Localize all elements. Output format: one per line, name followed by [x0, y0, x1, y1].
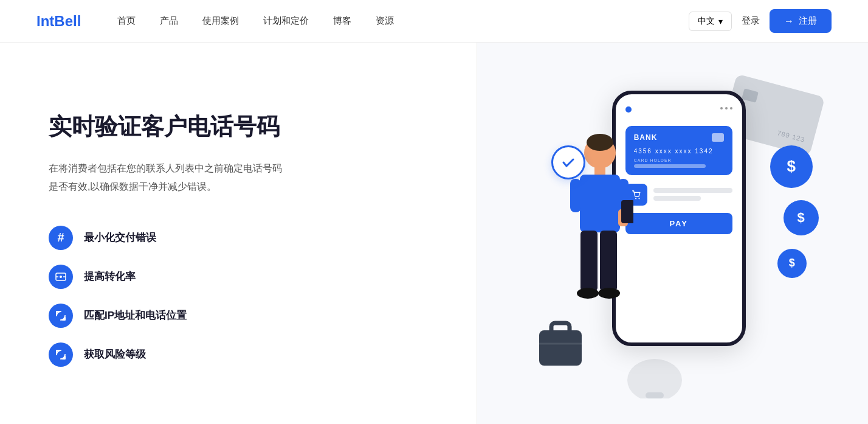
- bank-card: BANK 4356 xxxx xxxx 1342 CARD HOLDER: [625, 126, 732, 175]
- nav-right: 中文 ▾ 登录 → 注册: [689, 9, 832, 33]
- svg-point-7: [587, 134, 613, 151]
- phone-menu-dots: [720, 107, 732, 109]
- feature-item-2: 提高转化率: [49, 265, 440, 289]
- right-panel: BANK 4356 xxxx xxxx 1342 CARD HOLDER: [477, 43, 868, 424]
- nav-pricing[interactable]: 计划和定价: [263, 15, 309, 27]
- register-button[interactable]: → 注册: [770, 9, 832, 33]
- card-holder-label: CARD HOLDER: [634, 158, 724, 162]
- illustration-scene: BANK 4356 xxxx xxxx 1342 CARD HOLDER: [515, 66, 831, 401]
- phone-status-dot: [625, 106, 632, 113]
- svg-point-4: [635, 198, 636, 199]
- svg-rect-22: [646, 392, 664, 398]
- cart-section: [625, 184, 732, 206]
- feature-icon-4: [49, 342, 73, 367]
- left-panel: 实时验证客户电话号码 在将消费者包括在您的联系人列表中之前确定电话号码是否有效,…: [0, 43, 477, 424]
- feature-label-4: 获取风险等级: [84, 347, 146, 361]
- lang-selector[interactable]: 中文 ▾: [689, 12, 732, 31]
- bg-card-chip: [742, 88, 759, 103]
- bell-base: [627, 356, 682, 401]
- svg-rect-8: [594, 167, 605, 176]
- svg-rect-9: [580, 175, 620, 232]
- pay-button: PAY: [625, 213, 732, 234]
- svg-point-5: [638, 198, 639, 199]
- features-list: # 最小化交付错误 提高转化率: [49, 226, 440, 367]
- nav-resources[interactable]: 资源: [376, 15, 394, 27]
- card-number: 4356 xxxx xxxx 1342: [634, 148, 724, 155]
- svg-rect-13: [570, 179, 581, 212]
- nav-home[interactable]: 首页: [117, 15, 136, 27]
- svg-rect-12: [621, 200, 633, 223]
- svg-point-1: [60, 276, 62, 278]
- dollar-coin-1: $: [770, 145, 813, 188]
- svg-rect-15: [600, 231, 617, 291]
- register-label: 注册: [799, 15, 817, 27]
- feature-item-3: 匹配IP地址和电话位置: [49, 304, 440, 328]
- feature-item-4: 获取风险等级: [49, 342, 440, 367]
- feature-label-1: 最小化交付错误: [84, 231, 156, 245]
- bank-card-chip: [712, 133, 724, 142]
- cart-lines: [653, 188, 732, 201]
- lang-arrow-icon: ▾: [718, 16, 723, 26]
- register-arrow-icon: →: [784, 16, 794, 27]
- svg-point-17: [598, 288, 620, 299]
- login-button[interactable]: 登录: [742, 15, 760, 27]
- main-content: 实时验证客户电话号码 在将消费者包括在您的联系人列表中之前确定电话号码是否有效,…: [0, 43, 868, 424]
- feature-label-2: 提高转化率: [84, 269, 136, 283]
- svg-point-16: [577, 288, 599, 299]
- hero-title: 实时验证客户电话号码: [49, 112, 440, 142]
- nav-cases[interactable]: 使用案例: [202, 15, 239, 27]
- card-holder-bar: [634, 164, 706, 168]
- dollar-coin-3: $: [777, 249, 807, 278]
- lang-label: 中文: [698, 16, 715, 27]
- feature-item-1: # 最小化交付错误: [49, 226, 440, 250]
- nav-product[interactable]: 产品: [160, 15, 178, 27]
- logo[interactable]: IntBell: [36, 13, 81, 30]
- dollar-coin-2: $: [784, 200, 819, 235]
- feature-icon-2: [49, 265, 73, 289]
- bank-label: BANK: [634, 133, 658, 142]
- feature-icon-1: #: [49, 226, 73, 250]
- nav-blog[interactable]: 博客: [333, 15, 351, 27]
- navbar: IntBell 首页 产品 使用案例 计划和定价 博客 资源 中文 ▾ 登录 →…: [0, 0, 868, 43]
- check-bubble: [551, 145, 585, 179]
- hero-description: 在将消费者包括在您的联系人列表中之前确定电话号码是否有效,以确保数据干净并减少错…: [49, 159, 340, 196]
- logo-part1: Int: [36, 13, 54, 29]
- nav-links: 首页 产品 使用案例 计划和定价 博客 资源: [117, 15, 689, 27]
- logo-part2: Bell: [54, 13, 81, 29]
- feature-icon-3: [49, 304, 73, 328]
- feature-label-3: 匹配IP地址和电话位置: [84, 308, 187, 322]
- svg-rect-14: [580, 231, 598, 291]
